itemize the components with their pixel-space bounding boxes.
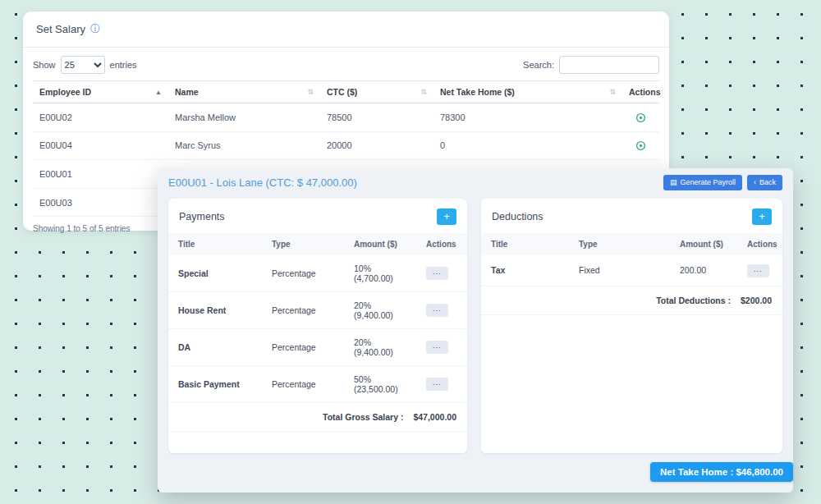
col-amount: Amount ($) <box>344 233 416 255</box>
view-salary-icon[interactable] <box>635 112 646 123</box>
panel-actions: ▤ Generate Payroll ‹ Back <box>663 175 782 190</box>
deductions-header-row: Title Type Amount ($) Actions <box>481 233 782 255</box>
table-controls: Show 25 entries Search: <box>23 48 669 80</box>
search-input[interactable] <box>559 56 659 74</box>
info-icon[interactable]: ⓘ <box>90 22 100 36</box>
ctc-cell: 20000 <box>320 131 433 160</box>
view-salary-icon[interactable] <box>635 140 646 151</box>
payments-total-row: Total Gross Salary : $47,000.00 <box>168 403 467 432</box>
col-name[interactable]: Name⇅ <box>168 81 320 103</box>
panel-header: E00U01 - Lois Lane (CTC: $ 47,000.00) ▤ … <box>158 168 793 197</box>
employee-salary-panel: E00U01 - Lois Lane (CTC: $ 47,000.00) ▤ … <box>158 168 793 493</box>
col-title: Title <box>168 233 262 255</box>
ctc-cell: 78500 <box>320 103 433 132</box>
employee-id-link[interactable]: E00U04 <box>33 131 168 160</box>
payment-title: Basic Payment <box>168 365 262 402</box>
payment-row: Basic Payment Percentage 50% (23,500.00)… <box>168 365 467 402</box>
payment-type: Percentage <box>262 328 344 365</box>
show-label: Show <box>33 60 56 70</box>
employee-id-link[interactable]: E00U02 <box>33 103 168 132</box>
deductions-table: Title Type Amount ($) Actions Tax Fixed … <box>481 233 782 286</box>
deduction-amount: 200.00 <box>670 255 737 286</box>
payments-total-label: Total Gross Salary : <box>323 412 403 422</box>
panel-title: E00U01 - Lois Lane (CTC: $ 47,000.00) <box>168 176 357 189</box>
deductions-title: Deductions <box>492 211 544 222</box>
row-actions-button[interactable]: ... <box>426 304 448 317</box>
row-actions-button[interactable]: ... <box>426 341 448 354</box>
back-button[interactable]: ‹ Back <box>747 175 782 190</box>
show-entries-control: Show 25 entries <box>33 56 137 74</box>
payment-amount: 10% (4,700.00) <box>344 255 416 292</box>
add-payment-button[interactable]: + <box>437 208 456 225</box>
payment-amount: 50% (23,500.00) <box>344 365 416 402</box>
generate-payroll-button[interactable]: ▤ Generate Payroll <box>663 175 742 190</box>
search-control: Search: <box>523 56 659 74</box>
payment-row: DA Percentage 20% (9,400.00) ... <box>168 328 467 365</box>
col-actions: Actions <box>622 81 659 103</box>
payment-amount: 20% (9,400.00) <box>344 328 416 365</box>
payment-row: House Rent Percentage 20% (9,400.00) ... <box>168 291 467 328</box>
col-actions: Actions <box>737 233 782 255</box>
deduction-title: Tax <box>481 255 569 286</box>
back-label: Back <box>759 178 776 187</box>
payments-card: Payments + Title Type Amount ($) Actions… <box>168 199 467 453</box>
add-deduction-button[interactable]: + <box>752 208 772 225</box>
col-actions: Actions <box>416 233 467 255</box>
deductions-total-value: $200.00 <box>741 296 772 305</box>
set-salary-header: Set Salary ⓘ <box>23 11 669 48</box>
deductions-header: Deductions + <box>481 199 782 233</box>
deduction-row: Tax Fixed 200.00 ... <box>481 255 782 286</box>
payments-table: Title Type Amount ($) Actions Special Pe… <box>168 233 467 403</box>
col-label: CTC ($) <box>327 87 357 97</box>
sort-icon: ⇅ <box>420 88 427 96</box>
col-amount: Amount ($) <box>670 233 737 255</box>
payments-header: Payments + <box>168 199 467 233</box>
net-cell: 0 <box>433 131 622 160</box>
row-actions-button[interactable]: ... <box>426 378 448 391</box>
col-ctc[interactable]: CTC ($)⇅ <box>320 81 433 103</box>
col-title: Title <box>481 233 569 255</box>
entries-select[interactable]: 25 <box>61 56 105 74</box>
payment-title: Special <box>168 255 262 292</box>
employee-id-link[interactable]: E00U01 <box>33 160 168 189</box>
payment-amount: 20% (9,400.00) <box>344 291 416 328</box>
col-label: Employee ID <box>39 87 91 97</box>
payments-header-row: Title Type Amount ($) Actions <box>168 233 467 255</box>
net-cell: 78300 <box>433 103 622 132</box>
col-label: Name <box>175 87 199 97</box>
table-row: E00U04 Marc Syrus 20000 0 <box>33 131 659 160</box>
payment-row: Special Percentage 10% (4,700.00) ... <box>168 255 467 292</box>
employee-name-cell: Marc Syrus <box>168 131 320 160</box>
col-net-take-home[interactable]: Net Take Home ($)⇅ <box>433 81 622 103</box>
payment-title: House Rent <box>168 291 262 328</box>
col-type: Type <box>262 233 344 255</box>
panel-body: Payments + Title Type Amount ($) Actions… <box>158 197 793 453</box>
table-row: E00U02 Marsha Mellow 78500 78300 <box>33 103 659 132</box>
deductions-total-label: Total Deductions : <box>656 296 731 305</box>
payment-type: Percentage <box>262 291 344 328</box>
set-salary-title: Set Salary <box>36 23 85 35</box>
deduction-type: Fixed <box>569 255 670 286</box>
payment-type: Percentage <box>262 365 344 402</box>
sort-asc-icon: ▲ <box>155 89 162 96</box>
payment-title: DA <box>168 328 262 365</box>
col-type: Type <box>569 233 670 255</box>
row-actions-button[interactable]: ... <box>747 264 769 277</box>
employee-id-link[interactable]: E00U03 <box>33 188 168 217</box>
net-take-home-badge: Net Take Home : $46,800.00 <box>650 462 793 482</box>
employee-name-cell: Marsha Mellow <box>168 103 320 132</box>
entries-label: entries <box>110 60 137 70</box>
document-icon: ▤ <box>670 178 677 187</box>
col-employee-id[interactable]: Employee ID▲ <box>33 81 168 103</box>
deductions-card: Deductions + Title Type Amount ($) Actio… <box>481 199 782 453</box>
sort-icon: ⇅ <box>307 88 314 96</box>
deductions-total-row: Total Deductions : $200.00 <box>481 286 782 315</box>
salary-table-header-row: Employee ID▲ Name⇅ CTC ($)⇅ Net Take Hom… <box>33 81 659 103</box>
sort-icon: ⇅ <box>609 88 616 96</box>
search-label: Search: <box>523 60 554 70</box>
col-label: Net Take Home ($) <box>440 87 515 97</box>
payments-title: Payments <box>179 211 225 222</box>
generate-payroll-label: Generate Payroll <box>680 178 736 187</box>
col-label: Actions <box>629 87 661 97</box>
row-actions-button[interactable]: ... <box>426 267 448 280</box>
